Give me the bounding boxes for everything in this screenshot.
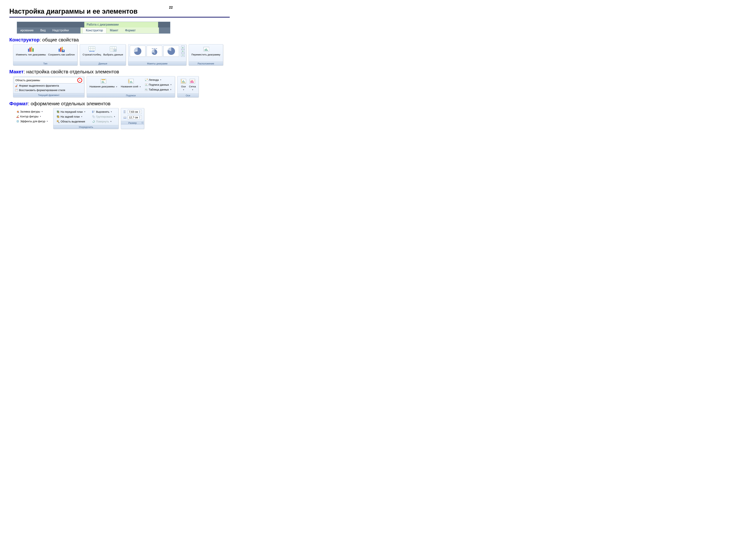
format-selection-icon <box>15 84 18 87</box>
align-button[interactable]: Выровнять▼ <box>91 110 116 114</box>
svg-rect-42 <box>146 85 146 86</box>
svg-rect-72 <box>93 111 95 111</box>
svg-rect-20 <box>115 51 116 51</box>
svg-rect-77 <box>124 117 126 118</box>
width-input[interactable]: 12,7 см ▲▼ <box>128 115 142 119</box>
align-icon <box>92 110 95 113</box>
legend-icon <box>145 78 148 82</box>
context-title: Работа с диаграммами <box>84 22 158 27</box>
svg-rect-33 <box>129 80 129 83</box>
group-layouts-footer: Макеты диаграмм <box>128 61 186 65</box>
group-button[interactable]: Группировать▼ <box>91 115 116 119</box>
shape-outline-button[interactable]: Контур фигуры▼ <box>15 114 49 118</box>
svg-rect-35 <box>131 81 131 83</box>
rotate-icon <box>92 120 95 123</box>
tab-addins[interactable]: Надстройки <box>49 27 72 33</box>
select-data-button[interactable]: Выбрать данные <box>102 46 124 57</box>
group-labels-footer: Подписи <box>87 94 175 97</box>
group-size: 7,63 см ▲▼ 12,7 см ▲▼ Размер ◱ <box>121 108 144 129</box>
tab-layout[interactable]: Макет <box>106 27 122 33</box>
svg-rect-19 <box>115 50 115 51</box>
width-spinner[interactable]: ▲▼ <box>139 116 140 119</box>
bring-front-button[interactable]: На передний план▼ <box>56 110 86 114</box>
group-shape-styles: Заливка фигуры▼ Контур фигуры▼ Эффекты д… <box>13 108 51 129</box>
svg-rect-44 <box>147 85 147 86</box>
svg-rect-43 <box>146 84 147 86</box>
layout-thumb-3[interactable] <box>163 46 179 57</box>
send-back-button[interactable]: На задний план▼ <box>56 115 86 119</box>
svg-rect-30 <box>103 81 103 83</box>
slide-title: Настройка диаграммы и ее элементов <box>9 7 230 15</box>
data-labels-button[interactable]: 1 2 Подписи данных▼ <box>144 83 173 87</box>
shape-effects-button[interactable]: Эффекты для фигур▼ <box>15 119 49 124</box>
svg-rect-34 <box>130 81 131 83</box>
svg-rect-74 <box>93 115 94 117</box>
data-labels-icon: 1 2 <box>145 83 148 86</box>
group-type-footer: Тип <box>13 61 77 65</box>
data-table-button[interactable]: Таблица данных▼ <box>144 87 173 92</box>
svg-rect-4 <box>59 49 60 52</box>
shape-fill-button[interactable]: Заливка фигуры▼ <box>15 110 49 114</box>
svg-rect-61 <box>192 80 192 83</box>
svg-rect-69 <box>57 116 59 118</box>
ribbon-contextual-bar: Работа с диаграммами ирование Вид Надстр… <box>17 22 170 34</box>
move-chart-button[interactable]: Переместить диаграмму <box>190 46 222 57</box>
group-arrange-footer: Упорядочить <box>53 125 118 129</box>
switch-rowcol-icon <box>88 46 95 53</box>
svg-rect-62 <box>193 81 194 83</box>
move-chart-icon <box>202 46 209 53</box>
size-dialog-launcher[interactable]: ◱ <box>141 122 143 124</box>
svg-rect-36 <box>132 82 132 83</box>
layout-thumb-1[interactable] <box>130 46 146 57</box>
svg-rect-48 <box>146 89 147 89</box>
rotate-button[interactable]: Повернуть▼ <box>91 119 116 124</box>
layout-thumb-2[interactable]: ▬ ▬ ▬ <box>147 46 162 57</box>
svg-rect-31 <box>104 82 104 83</box>
legend-button[interactable]: Легенда▼ <box>144 78 173 82</box>
svg-rect-55 <box>183 80 184 82</box>
data-table-icon <box>145 88 148 91</box>
effects-icon <box>16 119 20 123</box>
group-location: Переместить диаграмму Расположение <box>189 44 223 65</box>
dropdown-highlight-circle: ▼ <box>77 78 82 83</box>
change-chart-type-button[interactable]: Изменить тип диаграммы <box>15 46 47 57</box>
gridlines-button[interactable]: Сетка▼ <box>188 77 197 91</box>
group-size-footer: Размер ◱ <box>121 121 144 125</box>
svg-rect-70 <box>57 121 58 122</box>
selection-pane-button[interactable]: Область выделения <box>56 119 86 124</box>
group-axes: Оси▼ Сетка▼ Оси <box>177 76 199 98</box>
page-number: 22 <box>169 6 173 9</box>
tab-view[interactable]: Вид <box>37 27 49 33</box>
height-input[interactable]: 7,63 см ▲▼ <box>128 110 142 114</box>
height-spinner[interactable]: ▲▼ <box>139 110 140 113</box>
svg-rect-76 <box>124 111 126 113</box>
chart-element-selector[interactable]: Область диаграммы ▼ <box>14 77 83 83</box>
chart-title-button[interactable]: Название диаграммы ▼ <box>88 77 119 88</box>
bring-front-icon <box>56 110 60 113</box>
format-selection-button[interactable]: Формат выделенного фрагмента <box>14 83 83 88</box>
tab-review-truncated[interactable]: ирование <box>17 27 37 33</box>
layouts-scroll[interactable]: ▲▼▾ <box>181 46 185 57</box>
chart-title-icon <box>100 78 107 85</box>
switch-row-column-button[interactable]: Строка/столбец <box>81 46 102 57</box>
svg-rect-40 <box>146 80 146 81</box>
svg-rect-24 <box>207 50 208 51</box>
save-template-button[interactable]: Сохранить как шаблон <box>47 46 76 57</box>
svg-rect-23 <box>206 49 207 51</box>
svg-rect-29 <box>102 81 102 83</box>
svg-rect-28 <box>102 79 105 80</box>
group-icon <box>92 115 95 118</box>
tab-format[interactable]: Формат <box>122 27 139 33</box>
axes-button[interactable]: Оси▼ <box>179 77 188 91</box>
group-labels: Название диаграммы ▼ Названия осей ▼ Лег… <box>87 76 175 98</box>
svg-rect-65 <box>17 121 19 122</box>
axis-titles-button[interactable]: Названия осей ▼ <box>120 77 142 88</box>
select-data-icon <box>110 46 117 53</box>
tab-design[interactable]: Конструктор <box>82 27 106 33</box>
group-arrange: На передний план▼ На задний план▼ Област… <box>53 108 119 129</box>
reset-style-button[interactable]: Восстановить форматирование стиля <box>14 88 83 92</box>
reset-style-icon <box>15 88 18 92</box>
svg-rect-1 <box>29 48 31 52</box>
svg-rect-60 <box>191 81 191 83</box>
title-rule <box>9 17 230 18</box>
